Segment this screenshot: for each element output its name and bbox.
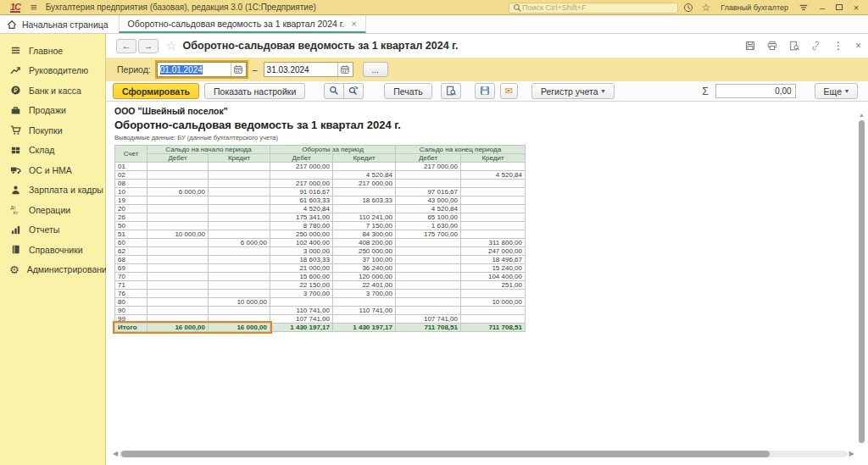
table-row[interactable]: 26175 341,00110 241,0065 100,00 xyxy=(115,213,526,222)
value-cell[interactable] xyxy=(209,205,270,213)
totals-label-cell[interactable]: Итого xyxy=(115,324,147,332)
account-cell[interactable]: 99 xyxy=(115,315,147,324)
table-row[interactable]: 763 700,003 700,00 xyxy=(115,290,526,298)
value-cell[interactable]: 61 603,33 xyxy=(270,197,333,205)
account-cell[interactable]: 68 xyxy=(115,256,147,264)
value-cell[interactable]: 84 300,00 xyxy=(333,230,396,239)
table-row[interactable]: 8010 000,0010 000,00 xyxy=(115,298,526,307)
value-cell[interactable]: 247 000,00 xyxy=(461,247,526,256)
table-row[interactable]: 99107 741,00107 741,00 xyxy=(115,315,526,324)
value-cell[interactable] xyxy=(461,222,526,230)
value-cell[interactable] xyxy=(147,298,209,307)
value-cell[interactable] xyxy=(147,290,209,298)
value-cell[interactable] xyxy=(209,163,270,171)
maximize-button[interactable] xyxy=(836,4,843,10)
account-cell[interactable]: 71 xyxy=(115,281,147,290)
value-cell[interactable] xyxy=(333,205,396,213)
scroll-up-icon[interactable]: ▲ xyxy=(858,112,865,119)
preview-icon[interactable] xyxy=(789,41,799,51)
star-icon[interactable]: ☆ xyxy=(166,39,177,53)
value-cell[interactable]: 107 741,00 xyxy=(396,315,461,324)
user-role[interactable]: Главный бухгалтер xyxy=(721,3,788,12)
table-row[interactable]: 106 000,0091 016,6797 016,67 xyxy=(115,188,526,197)
value-cell[interactable] xyxy=(396,247,461,256)
sidebar-item-otchety[interactable]: Отчеты xyxy=(0,220,105,241)
value-cell[interactable] xyxy=(333,315,396,324)
service-menu-icon[interactable] xyxy=(798,3,809,13)
value-cell[interactable] xyxy=(461,230,526,239)
search-input[interactable] xyxy=(522,3,674,12)
account-cell[interactable]: 20 xyxy=(115,205,147,213)
sidebar-item-spravochniki[interactable]: Справочники xyxy=(0,240,105,260)
value-cell[interactable]: 3 000,00 xyxy=(270,247,333,256)
value-cell[interactable] xyxy=(147,264,209,273)
main-menu-icon[interactable]: ≡ xyxy=(31,1,37,14)
value-cell[interactable]: 65 100,00 xyxy=(396,213,461,222)
value-cell[interactable] xyxy=(209,180,270,188)
totals-value-cell[interactable]: 711 708,51 xyxy=(461,324,526,332)
account-cell[interactable]: 76 xyxy=(115,290,147,298)
value-cell[interactable]: 7 150,00 xyxy=(333,222,396,230)
sidebar-item-prodazhi[interactable]: Продажи xyxy=(0,101,105,121)
value-cell[interactable] xyxy=(147,180,209,188)
totals-value-cell[interactable]: 1 430 197,17 xyxy=(270,324,333,332)
account-cell[interactable]: 01 xyxy=(115,163,147,171)
table-row[interactable]: 08217 000,00217 000,00 xyxy=(115,180,526,188)
value-cell[interactable] xyxy=(270,171,333,180)
back-button[interactable]: ← xyxy=(116,39,136,53)
value-cell[interactable] xyxy=(209,264,270,273)
sidebar-item-os-i-nma[interactable]: ОС и НМА xyxy=(0,160,105,180)
sidebar-item-pokupki[interactable]: Покупки xyxy=(0,120,105,141)
value-cell[interactable] xyxy=(147,197,209,205)
horizontal-scroll-thumb[interactable] xyxy=(121,451,770,457)
value-cell[interactable]: 10 000,00 xyxy=(147,230,209,239)
value-cell[interactable] xyxy=(270,298,333,307)
horizontal-scrollbar[interactable]: ◀ ▶ xyxy=(113,450,854,457)
value-cell[interactable] xyxy=(147,205,209,213)
value-cell[interactable]: 15 600,00 xyxy=(270,273,333,281)
value-cell[interactable] xyxy=(461,315,526,324)
account-cell[interactable]: 10 xyxy=(115,188,147,197)
link-icon[interactable] xyxy=(811,41,821,51)
close-button[interactable]: × xyxy=(851,3,861,13)
value-cell[interactable] xyxy=(209,315,270,324)
totals-value-cell[interactable]: 16 000,00 xyxy=(147,324,209,332)
account-cell[interactable]: 26 xyxy=(115,213,147,222)
value-cell[interactable] xyxy=(209,273,270,281)
report-close-icon[interactable]: × xyxy=(855,40,861,52)
value-cell[interactable] xyxy=(147,315,209,324)
value-cell[interactable]: 110 241,00 xyxy=(333,213,396,222)
vertical-scroll-thumb[interactable] xyxy=(859,120,865,443)
scroll-left-icon[interactable]: ◀ xyxy=(113,450,120,457)
table-row[interactable]: 5110 000,00250 000,0084 300,00175 700,00 xyxy=(115,230,526,239)
value-cell[interactable]: 408 200,00 xyxy=(333,239,396,247)
value-cell[interactable] xyxy=(396,281,461,290)
account-cell[interactable]: 02 xyxy=(115,171,147,180)
value-cell[interactable] xyxy=(461,197,526,205)
sidebar-item-sklad[interactable]: Склад xyxy=(0,141,105,161)
account-cell[interactable]: 50 xyxy=(115,222,147,230)
value-cell[interactable] xyxy=(333,163,396,171)
table-row[interactable]: 01217 000,00217 000,00 xyxy=(115,163,526,171)
show-settings-button[interactable]: Показать настройки xyxy=(204,83,305,99)
table-row[interactable]: 204 520,844 520,84 xyxy=(115,205,526,213)
value-cell[interactable] xyxy=(147,222,209,230)
value-cell[interactable]: 120 000,00 xyxy=(333,273,396,281)
tab-home[interactable]: Начальная страница xyxy=(0,15,119,33)
value-cell[interactable]: 311 800,00 xyxy=(461,239,526,247)
value-cell[interactable] xyxy=(147,239,209,247)
more-button[interactable]: Еще▾ xyxy=(815,83,858,99)
totals-row[interactable]: Итого16 000,0016 000,001 430 197,171 430… xyxy=(115,324,526,332)
value-cell[interactable] xyxy=(209,281,270,290)
value-cell[interactable]: 251,00 xyxy=(461,281,526,290)
date-to-value[interactable]: 31.03.2024 xyxy=(264,65,337,75)
date-from-value[interactable]: 01.01.2024 xyxy=(160,65,203,75)
totals-value-cell[interactable]: 711 708,51 xyxy=(396,324,461,332)
favorites-icon[interactable]: ☆ xyxy=(702,2,711,14)
account-cell[interactable]: 70 xyxy=(115,273,147,281)
value-cell[interactable] xyxy=(147,307,209,315)
value-cell[interactable] xyxy=(147,273,209,281)
value-cell[interactable] xyxy=(461,307,526,315)
value-cell[interactable] xyxy=(209,290,270,298)
value-cell[interactable] xyxy=(333,188,396,197)
